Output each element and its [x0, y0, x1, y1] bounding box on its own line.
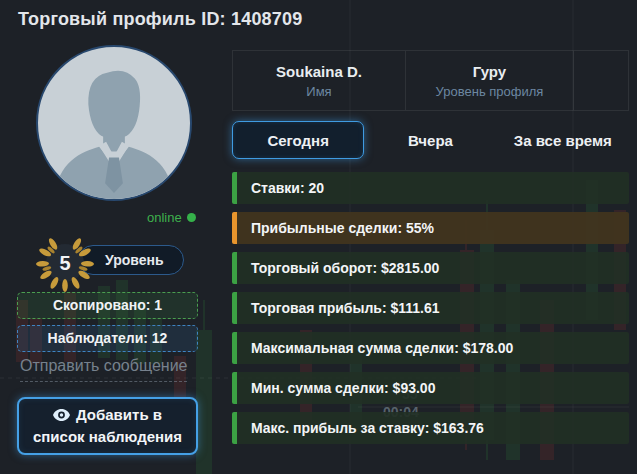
person-silhouette-icon [38, 47, 190, 199]
tab-all-time[interactable]: За все время [497, 121, 629, 159]
stats-list: Ставки: 20 Прибыльные сделки: 55% Торгов… [232, 172, 629, 452]
profile-name: Soukaina D. [276, 63, 362, 80]
copied-count-badge[interactable]: Скопировано: 1 [17, 292, 198, 319]
profile-rank-label: Уровень профиля [436, 84, 544, 99]
trading-profile-modal: 55 00:04 Торговый профиль ID: 1408709 on… [0, 0, 637, 474]
level-number: 5 [35, 233, 95, 293]
profile-info-table: Soukaina D. Имя Гуру Уровень профиля [232, 50, 629, 111]
stat-row-trading-profit: Торговая прибыль: $111.61 [232, 292, 629, 324]
stat-row-min-trade-amount: Мин. сумма сделки: $93.00 [232, 372, 629, 404]
tab-yesterday[interactable]: Вчера [364, 121, 496, 159]
online-status-label: online [147, 210, 182, 225]
eye-icon [53, 409, 70, 421]
stat-row-max-trade-amount: Максимальная сумма сделки: $178.00 [232, 332, 629, 364]
profile-rank: Гуру [473, 63, 506, 80]
stat-row-turnover: Торговый оборот: $2815.00 [232, 252, 629, 284]
period-tabs: Сегодня Вчера За все время [232, 121, 629, 159]
online-dot-icon [187, 213, 196, 222]
stat-row-max-profit-per-bet: Макс. прибыль за ставку: $163.76 [232, 412, 629, 444]
info-cell-name: Soukaina D. Имя [233, 51, 406, 110]
stat-row-profitable-trades: Прибыльные сделки: 55% [232, 212, 629, 244]
watchers-count-badge[interactable]: Наблюдатели: 12 [17, 325, 198, 352]
tab-today[interactable]: Сегодня [232, 121, 364, 159]
info-cell-rank: Гуру Уровень профиля [406, 51, 574, 110]
page-title: Торговый профиль ID: 1408709 [18, 9, 302, 30]
avatar [36, 45, 192, 201]
profile-name-label: Имя [306, 84, 331, 99]
add-to-watchlist-button[interactable]: Добавить в список наблюдения [17, 397, 198, 455]
send-message-link[interactable]: Отправить сообщение [20, 357, 187, 382]
info-cell-empty [574, 51, 628, 110]
stat-row-bets: Ставки: 20 [232, 172, 629, 204]
online-status: online [147, 210, 196, 225]
